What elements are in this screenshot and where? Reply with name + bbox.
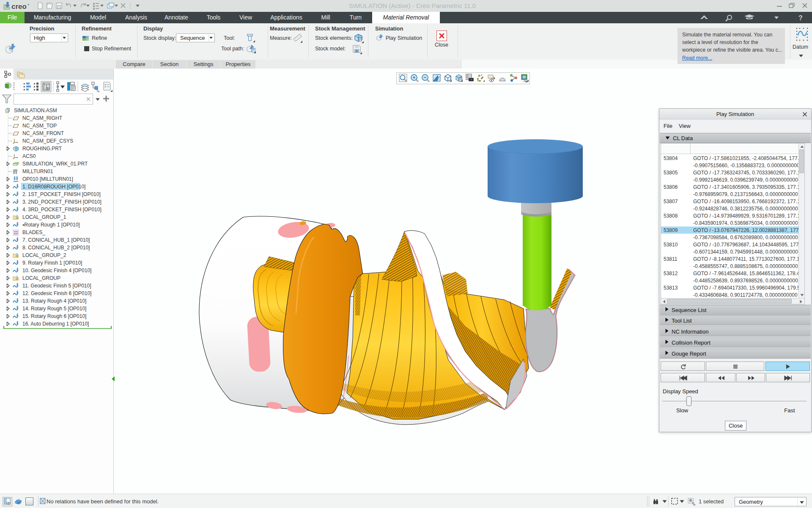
svg-text:?: ?: [798, 14, 803, 22]
svg-text:creo: creo: [11, 3, 27, 11]
